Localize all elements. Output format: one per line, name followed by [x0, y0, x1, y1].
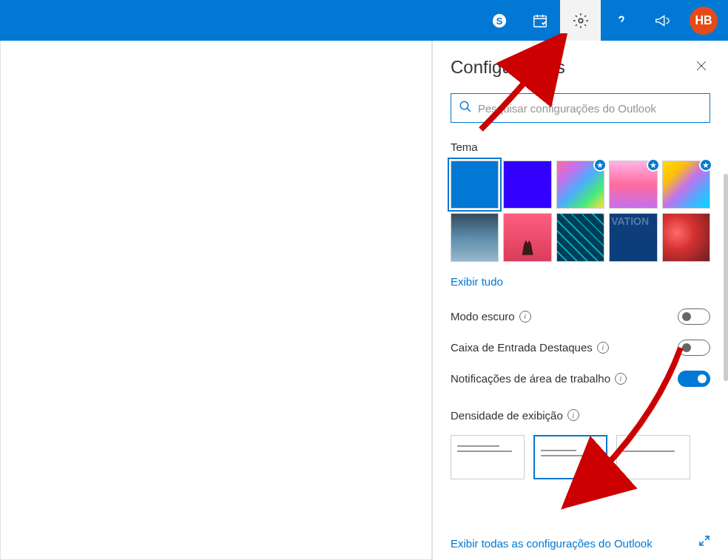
premium-badge-icon: ★ [647, 158, 660, 172]
theme-option-circuit[interactable] [556, 213, 604, 261]
app-header: S HB [0, 0, 728, 41]
display-density-label: Densidade de exibição [451, 409, 563, 422]
svg-text:S: S [496, 15, 502, 26]
theme-option-darkblue[interactable] [503, 161, 551, 209]
settings-icon[interactable] [560, 0, 601, 41]
help-icon[interactable] [601, 0, 641, 41]
theme-option-blue[interactable] [451, 161, 499, 209]
focused-inbox-toggle[interactable] [678, 340, 710, 356]
show-all-themes-link[interactable]: Exibir tudo [433, 262, 728, 301]
search-icon [459, 100, 472, 116]
focused-inbox-label: Caixa de Entrada Destaques i [451, 341, 609, 354]
desktop-notifications-toggle[interactable] [678, 371, 710, 387]
theme-option-mountains[interactable] [451, 213, 499, 261]
close-button[interactable] [692, 55, 710, 78]
dark-mode-label: Modo escuro i [451, 310, 531, 323]
theme-option-unicorn[interactable]: ★ [662, 161, 710, 209]
info-icon[interactable]: i [615, 373, 627, 385]
svg-point-4 [460, 101, 468, 109]
theme-option-rainbow[interactable]: ★ [556, 161, 604, 209]
premium-badge-icon: ★ [593, 158, 607, 172]
settings-panel: Configurações Tema ★ [432, 41, 728, 560]
expand-icon[interactable] [698, 535, 710, 550]
premium-badge-icon: ★ [699, 158, 712, 172]
megaphone-icon[interactable] [641, 0, 682, 41]
theme-option-sunset-palm[interactable] [503, 213, 551, 261]
theme-option-blueprint[interactable] [609, 213, 657, 261]
info-icon[interactable]: i [519, 311, 531, 323]
density-option-compact[interactable] [616, 435, 690, 479]
svg-rect-2 [533, 16, 546, 27]
main-content-area [0, 41, 432, 560]
density-option-full[interactable] [451, 435, 525, 479]
settings-title: Configurações [451, 57, 565, 78]
info-icon[interactable]: i [567, 409, 579, 421]
info-icon[interactable]: i [597, 342, 609, 354]
calendar-icon[interactable] [519, 0, 560, 41]
theme-option-red-bokeh[interactable] [662, 213, 710, 261]
svg-point-3 [579, 18, 583, 23]
skype-icon[interactable]: S [479, 0, 519, 41]
theme-section-label: Tema [433, 130, 728, 161]
search-box[interactable] [451, 93, 710, 123]
themes-grid: ★ ★ ★ [433, 161, 728, 262]
theme-option-pink-waves[interactable]: ★ [609, 161, 657, 209]
view-all-settings-link[interactable]: Exibir todas as configurações do Outlook [451, 537, 653, 550]
search-input[interactable] [478, 102, 702, 115]
desktop-notifications-label: Notificações de área de trabalho i [451, 372, 627, 385]
scrollbar[interactable] [724, 174, 728, 381]
density-option-medium[interactable] [533, 435, 607, 479]
dark-mode-toggle[interactable] [678, 308, 710, 325]
user-avatar[interactable]: HB [690, 7, 718, 35]
density-options [433, 429, 728, 485]
